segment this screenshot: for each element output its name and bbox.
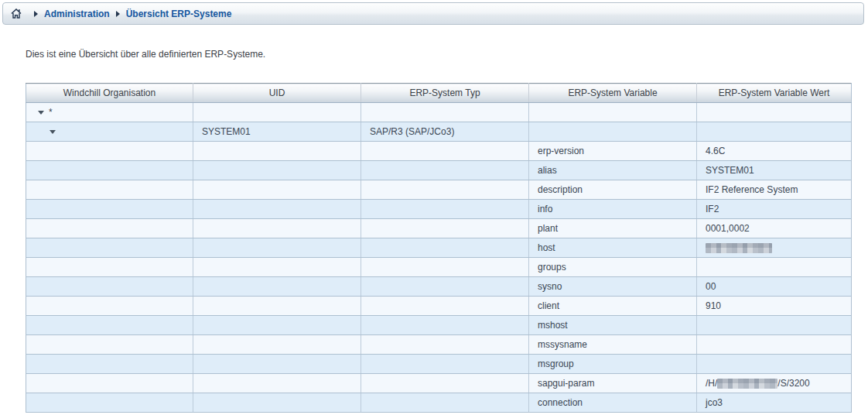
value-cell: jco3: [697, 393, 852, 413]
table-row: sysno00: [26, 277, 852, 297]
org-cell: [26, 258, 193, 277]
table-row: SYSTEM01SAP/R3 (SAP/JCo3): [26, 122, 852, 142]
value-cell: [697, 258, 852, 277]
variable-cell: alias: [529, 161, 697, 180]
org-cell: [26, 335, 193, 355]
uid-cell: [193, 161, 361, 180]
table-row: aliasSYSTEM01: [26, 161, 852, 180]
chevron-right-icon: [116, 11, 120, 17]
variable-cell: msgroup: [529, 355, 697, 374]
erp-type-cell: [361, 316, 529, 335]
org-label: *: [49, 107, 53, 118]
table-row: sapgui-param/H//S/3200: [26, 374, 852, 393]
variable-cell: mssysname: [529, 335, 697, 355]
table-row: descriptionIF2 Reference System: [26, 180, 852, 200]
erp-type-cell: [361, 393, 529, 413]
variable-cell: description: [529, 180, 697, 200]
org-cell: [26, 161, 193, 180]
org-cell: [26, 142, 193, 161]
uid-cell: [193, 180, 361, 200]
uid-cell: [193, 316, 361, 335]
breadcrumb-item-administration[interactable]: Administration: [44, 9, 110, 19]
erp-type-cell: [361, 219, 529, 238]
erp-type-cell: [361, 161, 529, 180]
value-cell: 0001,0002: [697, 219, 852, 238]
table-row: *: [26, 103, 852, 122]
variable-cell: mshost: [529, 316, 697, 335]
variable-cell: plant: [529, 219, 697, 238]
erp-type-cell: [361, 335, 529, 355]
uid-cell: [193, 142, 361, 161]
uid-cell: [193, 258, 361, 277]
uid-cell: [193, 374, 361, 393]
value-cell: [697, 122, 852, 142]
org-cell: [26, 238, 193, 258]
table-row: plant0001,0002: [26, 219, 852, 238]
uid-cell: [193, 297, 361, 316]
table-row: infoIF2: [26, 200, 852, 219]
org-cell: [26, 200, 193, 219]
tree-expander-icon[interactable]: [50, 130, 56, 134]
erp-type-cell: [361, 297, 529, 316]
org-cell: *: [26, 103, 193, 122]
uid-cell: [193, 277, 361, 297]
erp-type-cell: [361, 238, 529, 258]
erp-systems-table: Windchill Organisation UID ERP-System Ty…: [26, 83, 852, 413]
uid-cell: [193, 200, 361, 219]
table-row: msgroup: [26, 355, 852, 374]
variable-cell: [529, 122, 697, 142]
erp-type-cell: [361, 355, 529, 374]
erp-type-cell: [361, 180, 529, 200]
column-header-windchill-organisation: Windchill Organisation: [26, 84, 193, 103]
erp-type-cell: SAP/R3 (SAP/JCo3): [361, 122, 529, 142]
variable-cell: sapgui-param: [529, 374, 697, 393]
value-cell: 00: [697, 277, 852, 297]
org-cell: [26, 180, 193, 200]
uid-cell: [193, 238, 361, 258]
column-header-erp-system-typ: ERP-System Typ: [361, 84, 529, 103]
table-row: groups: [26, 258, 852, 277]
uid-cell: [193, 103, 361, 122]
value-cell: IF2 Reference System: [697, 180, 852, 200]
value-cell: [697, 355, 852, 374]
variable-cell: client: [529, 297, 697, 316]
table-row: client910: [26, 297, 852, 316]
org-cell: [26, 122, 193, 142]
variable-cell: host: [529, 238, 697, 258]
erp-type-cell: [361, 277, 529, 297]
variable-cell: connection: [529, 393, 697, 413]
variable-cell: sysno: [529, 277, 697, 297]
value-cell: [697, 335, 852, 355]
erp-type-cell: [361, 258, 529, 277]
org-cell: [26, 393, 193, 413]
redacted-value: [706, 243, 772, 253]
uid-cell: [193, 393, 361, 413]
erp-type-cell: [361, 103, 529, 122]
table-row: erp-version4.6C: [26, 142, 852, 161]
uid-cell: [193, 355, 361, 374]
value-cell: 910: [697, 297, 852, 316]
org-cell: [26, 316, 193, 335]
value-cell: [697, 316, 852, 335]
uid-cell: [193, 219, 361, 238]
table-header-row: Windchill Organisation UID ERP-System Ty…: [26, 84, 852, 103]
org-cell: [26, 355, 193, 374]
variable-cell: [529, 103, 697, 122]
table-row: mssysname: [26, 335, 852, 355]
breadcrumb-item-uebersicht-erp-systeme[interactable]: Übersicht ERP-Systeme: [126, 9, 232, 19]
column-header-erp-system-variable-wert: ERP-System Variable Wert: [697, 84, 852, 103]
variable-cell: erp-version: [529, 142, 697, 161]
variable-cell: info: [529, 200, 697, 219]
org-cell: [26, 219, 193, 238]
breadcrumb: Administration Übersicht ERP-Systeme: [2, 2, 864, 25]
table-row: mshost: [26, 316, 852, 335]
tree-expander-icon[interactable]: [38, 111, 44, 115]
uid-cell: [193, 335, 361, 355]
chevron-right-icon: [34, 11, 38, 17]
erp-type-cell: [361, 200, 529, 219]
value-cell: [697, 238, 852, 258]
value-cell: /H//S/3200: [697, 374, 852, 393]
org-cell: [26, 297, 193, 316]
home-icon[interactable]: [11, 9, 22, 19]
value-cell: IF2: [697, 200, 852, 219]
